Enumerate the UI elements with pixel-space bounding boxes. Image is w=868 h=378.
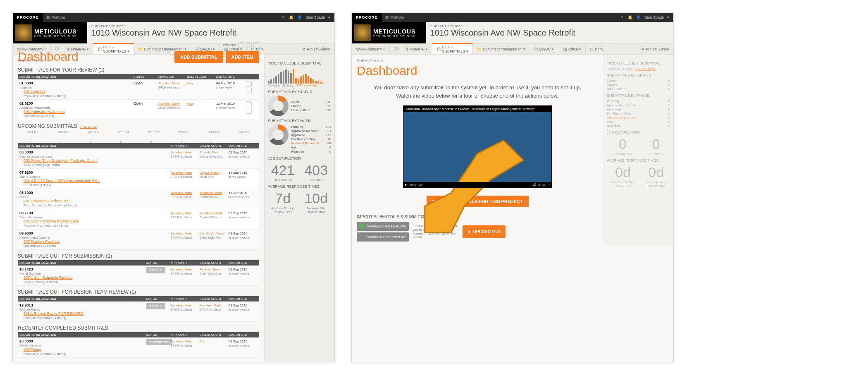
- side-stat-row: Approved as Noted0: [607, 103, 670, 107]
- table-row[interactable]: 01 0000Logistics001 LogisticsProduct Inf…: [18, 79, 259, 100]
- fullscreen-icon[interactable]: ⛶: [547, 184, 550, 187]
- comment-icon[interactable]: [246, 81, 252, 87]
- bell-icon[interactable]: 🔔: [289, 15, 294, 20]
- check-icon: ☑: [534, 47, 538, 51]
- play-icon[interactable]: ▶: [405, 183, 407, 187]
- video-time: 0:00 / 3:49: [409, 184, 422, 187]
- download-xls-button[interactable]: DOWNLOAD XLS TEMPLATE: [357, 222, 409, 231]
- chevron-down-icon: ▾: [328, 15, 330, 19]
- volume-icon[interactable]: 🔊: [533, 183, 537, 187]
- attach-icon[interactable]: [246, 88, 252, 93]
- project-name: 1010 Wisconsin Ave NW Space Retrofit: [430, 28, 669, 38]
- avatar[interactable]: 👤: [297, 15, 302, 20]
- settings-icon[interactable]: ⚙: [538, 183, 541, 187]
- side-stat-row: Pending144: [291, 125, 331, 129]
- logo[interactable]: PROCORE: [352, 13, 382, 22]
- logo[interactable]: PROCORE: [13, 13, 43, 22]
- table-row[interactable]: 08 1000Doors001 Drawings & SchedulesShop…: [18, 189, 259, 209]
- nav-docmgmt[interactable]: 📁Document Management ▾: [473, 44, 530, 54]
- side-stat-row: Void0: [291, 146, 331, 149]
- export-pdf-icon[interactable]: [238, 42, 244, 48]
- add-submittal-button[interactable]: ADD SUBMITTAL: [174, 51, 223, 63]
- header: METICULOUSDESIGN/BUILD STUDIOS CURRENT P…: [13, 22, 334, 44]
- grid-icon: ▦: [385, 15, 389, 19]
- phase-donut: [268, 124, 289, 145]
- bell-icon[interactable]: 🔔: [628, 15, 633, 20]
- grid-icon: ▦: [46, 15, 50, 19]
- app-empty: PROCORE ▦Portfolio ? 🔔 👤 Sam Spade ▾ MET…: [351, 12, 674, 362]
- table-header: SUBMITTAL INFORMATIONSTATUSAPPROVERBALL …: [18, 332, 259, 337]
- side-stat-row: Revise & Resubmit0: [607, 116, 670, 120]
- breadcrumb[interactable]: SUBMITTALS »: [357, 59, 598, 63]
- nav-submittals[interactable]: 📋FIELD »SUBMITTALS ▾: [432, 43, 473, 54]
- portfolio-link[interactable]: ▦Portfolio: [43, 15, 69, 19]
- nav-admin[interactable]: ⚙Project Admin: [637, 44, 673, 54]
- unsub-count: 421: [271, 162, 295, 178]
- help-icon[interactable]: ?: [281, 15, 286, 20]
- download-csv-button[interactable]: DOWNLOAD CSV TEMPLATE: [357, 232, 409, 242]
- side-job-h: JOB COMPLETION: [268, 156, 331, 160]
- side-stat-row: Pending0: [607, 99, 670, 103]
- nav-qaqc[interactable]: ☑QA/QC ▾: [530, 44, 559, 54]
- side-stat-row: Void0: [607, 120, 670, 124]
- table-row[interactable]: 03 3000Cast-in-place concrete002 Rebar S…: [18, 148, 259, 169]
- attach-icon[interactable]: [246, 108, 252, 114]
- user-name[interactable]: Sam Spade: [305, 15, 325, 19]
- avatar[interactable]: 👤: [636, 15, 641, 20]
- nav-office[interactable]: 🏢Office ▾: [558, 44, 586, 54]
- empty-message: You don't have any submittals in the sys…: [369, 84, 586, 100]
- recall-button[interactable]: RECALL: [146, 303, 165, 309]
- side-stat-row: Approved as Noted24: [291, 129, 331, 133]
- table-header: SUBMITTAL INFORMATIONSTATUSAPPROVERBALL …: [18, 260, 259, 266]
- table-row[interactable]: 09 9000Painting and Coating003 Painting …: [18, 230, 259, 250]
- folder-icon: 📁: [477, 47, 482, 51]
- side-resp-h: AVERAGE RESPONSE TIMES: [268, 184, 331, 189]
- video-title: Submittal Creation and Reponse in Procor…: [403, 106, 551, 112]
- table-row[interactable]: 23 0000HVAC General003 PipingProduct Inf…: [18, 337, 259, 358]
- nav-custom[interactable]: Custom: [586, 44, 607, 54]
- project-label: CURRENT PROJECT:: [430, 24, 669, 28]
- nav-show-company[interactable]: Show Company »: [352, 44, 390, 54]
- nav: Show Company » ⓘ $Financial ▾ 📋FIELD »SU…: [352, 44, 673, 55]
- table-row[interactable]: 10 1423Panel Signage007r1 Sign Schedule …: [18, 266, 259, 286]
- page-title: Dashboard: [357, 64, 598, 78]
- side-phase-h: SUBMITTALS BY PHASE: [268, 119, 331, 123]
- export-xls-icon[interactable]: [246, 42, 252, 48]
- gear-icon: ⚙: [302, 47, 305, 51]
- project-header: CURRENT PROJECT: 1010 Wisconsin Ave NW S…: [87, 22, 334, 43]
- nav-financial[interactable]: $Financial ▾: [402, 44, 432, 54]
- help-icon[interactable]: ?: [620, 15, 625, 20]
- add-item-button[interactable]: ADD ITEM: [226, 51, 259, 63]
- nav-info[interactable]: ⓘ: [390, 44, 402, 54]
- portfolio-link[interactable]: ▦Portfolio: [382, 15, 408, 19]
- user-name[interactable]: Sam Spade: [644, 15, 664, 19]
- avg-sub: 10d: [304, 190, 328, 206]
- video-controls[interactable]: ▶ 0:00 / 3:49 🔊 ⚙ ▭ ⛶: [403, 182, 551, 188]
- export-label: EXPORT:: [223, 43, 237, 47]
- side-close-h: TIME TO CLOSE A SUBMITTAL: [268, 61, 331, 65]
- export-csv-icon[interactable]: [253, 42, 259, 48]
- main-empty: SUBMITTALS » Dashboard You don't have an…: [352, 55, 603, 246]
- intro-video[interactable]: Submittal Creation and Reponse in Procor…: [403, 105, 552, 188]
- table-row[interactable]: 02 8200Asbestos Abatement003 Asbestos Ab…: [18, 100, 259, 120]
- nav-admin[interactable]: ⚙Project Admin: [298, 44, 334, 54]
- sub-count: 403: [304, 162, 328, 178]
- side-stat-row: For Record Only0: [607, 112, 670, 115]
- side-stat-row: Revise & Resubmit44: [291, 141, 331, 145]
- table-row[interactable]: 08 7100Door Hardware002 Door Hardware Pr…: [18, 209, 259, 230]
- youtube-icon[interactable]: ▭: [542, 183, 545, 187]
- close-link[interactable]: 37% are longer: [296, 84, 319, 87]
- topbar: PROCORE ▦Portfolio ? 🔔 👤 Sam Spade ▾: [13, 13, 334, 22]
- side-stat-row: Closed173: [291, 104, 331, 108]
- show-all-link[interactable]: Show all: [80, 125, 97, 129]
- table-row[interactable]: 12 9313Bicycle Racks001r1 Bicycle Racks …: [18, 301, 259, 322]
- table-row[interactable]: 07 9200Joint Sealants001.4.B.1 Sil Span …: [18, 169, 259, 189]
- distribute-button[interactable]: DISTRIBUTE: [146, 339, 172, 345]
- comment-icon[interactable]: [246, 101, 252, 107]
- project-name: 1010 Wisconsin Ave NW Space Retrofit: [91, 28, 330, 38]
- sidebar-empty: TIME TO CLOSE A SUBMITTAL Target is 10 d…: [603, 55, 673, 246]
- close-link[interactable]: 0% are longer: [635, 67, 656, 71]
- side-stat-row: Unsubmitted0: [607, 87, 670, 91]
- recall-button[interactable]: RECALL: [146, 267, 165, 273]
- brand-sub: DESIGN/BUILD STUDIOS: [34, 35, 77, 38]
